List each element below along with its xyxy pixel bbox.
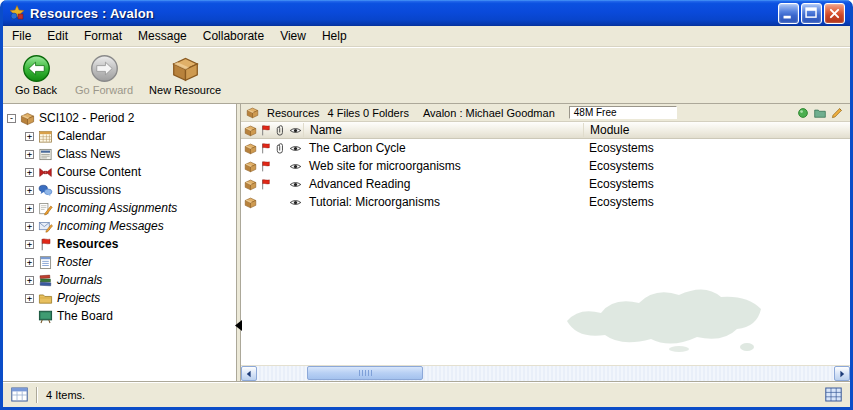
- scroll-left-button[interactable]: [241, 366, 257, 381]
- eye-icon[interactable]: [289, 178, 302, 191]
- table-row[interactable]: Advanced ReadingEcosystems: [241, 175, 850, 193]
- cell-visibility: [288, 160, 303, 173]
- tree-expander[interactable]: +: [25, 168, 34, 177]
- resource-module: Ecosystems: [583, 177, 850, 191]
- tree-expander[interactable]: +: [25, 132, 34, 141]
- cell-visibility: [288, 178, 303, 191]
- flag-icon: [259, 160, 272, 173]
- scroll-right-button[interactable]: [834, 366, 850, 381]
- new-resource-button[interactable]: New Resource: [143, 52, 227, 98]
- status-dot-icon[interactable]: [797, 107, 809, 119]
- tree-label: Class News: [57, 147, 120, 161]
- tree-label: Roster: [57, 255, 92, 269]
- menu-collaborate[interactable]: Collaborate: [195, 26, 272, 46]
- table-row[interactable]: The Carbon CycleEcosystems: [241, 139, 850, 157]
- maximize-button[interactable]: [801, 3, 822, 24]
- go-back-icon: [22, 54, 51, 83]
- tree-item-journals[interactable]: +Journals: [7, 271, 236, 289]
- box-icon: [244, 142, 257, 155]
- horizontal-scrollbar[interactable]: [241, 365, 850, 381]
- column-module[interactable]: Module: [583, 123, 850, 137]
- tree-item-projects[interactable]: +Projects: [7, 289, 236, 307]
- course-tree: -SCI102 - Period 2+Calendar+Class News+C…: [3, 104, 236, 381]
- status-grid-icon[interactable]: [825, 387, 842, 402]
- box-icon: [244, 124, 257, 137]
- eye-icon[interactable]: [289, 142, 302, 155]
- go-forward-icon: [90, 54, 119, 83]
- tree-expander[interactable]: +: [25, 186, 34, 195]
- new-resource-icon: [171, 54, 200, 83]
- edit-icon[interactable]: [831, 107, 843, 119]
- column-name[interactable]: Name: [303, 123, 583, 137]
- scroll-track[interactable]: [257, 366, 834, 381]
- tree-item-incoming-assignments[interactable]: +Incoming Assignments: [7, 199, 236, 217]
- icon-column-headers: [243, 124, 303, 137]
- main-area: -SCI102 - Period 2+Calendar+Class News+C…: [3, 104, 850, 381]
- background-watermark-map: [559, 269, 771, 364]
- discussions-icon: [38, 183, 53, 198]
- tree-expander[interactable]: -: [7, 114, 16, 123]
- tree-item-class-news[interactable]: +Class News: [7, 145, 236, 163]
- tree-expander[interactable]: +: [25, 258, 34, 267]
- panel-title: Resources: [267, 107, 320, 119]
- tree-expander[interactable]: +: [25, 276, 34, 285]
- tree-label: Incoming Messages: [57, 219, 164, 233]
- menu-file[interactable]: File: [4, 26, 39, 46]
- close-button[interactable]: [824, 3, 845, 24]
- go-forward-button[interactable]: Go Forward: [69, 52, 139, 98]
- eye-icon[interactable]: [289, 160, 302, 173]
- tree-expander[interactable]: +: [25, 294, 34, 303]
- menu-help[interactable]: Help: [314, 26, 355, 46]
- table-row[interactable]: Tutorial: MicroorganismsEcosystems: [241, 193, 850, 211]
- menu-view[interactable]: View: [272, 26, 314, 46]
- owner-label: Avalon : Michael Goodman: [423, 107, 555, 119]
- table-header: Name Module: [241, 122, 850, 139]
- cell-flag: [258, 160, 273, 173]
- tree-item-sci102-period-2[interactable]: -SCI102 - Period 2: [7, 109, 236, 127]
- tree-item-calendar[interactable]: +Calendar: [7, 127, 236, 145]
- resource-name: Tutorial: Microorganisms: [303, 195, 583, 209]
- status-bar: 4 Items.: [3, 381, 850, 407]
- go-back-button[interactable]: Go Back: [7, 52, 65, 98]
- cell-type: [243, 142, 258, 155]
- resource-name: The Carbon Cycle: [303, 141, 583, 155]
- assignments-icon: [38, 201, 53, 216]
- resource-name: Advanced Reading: [303, 177, 583, 191]
- table-row[interactable]: Web site for microorganismsEcosystems: [241, 157, 850, 175]
- roster-icon: [38, 255, 53, 270]
- tree-item-incoming-messages[interactable]: +Incoming Messages: [7, 217, 236, 235]
- tree-item-discussions[interactable]: +Discussions: [7, 181, 236, 199]
- resource-module: Ecosystems: [583, 141, 850, 155]
- menu-format[interactable]: Format: [76, 26, 130, 46]
- flag-icon: [259, 124, 272, 137]
- title-bar[interactable]: Resources : Avalon: [3, 0, 850, 26]
- free-space-indicator: 48M Free: [569, 106, 677, 119]
- tree-item-roster[interactable]: +Roster: [7, 253, 236, 271]
- menu-message[interactable]: Message: [130, 26, 195, 46]
- tree-expander[interactable]: +: [25, 222, 34, 231]
- column-box-icon: [243, 124, 258, 137]
- cell-type: [243, 196, 258, 209]
- folder-view-icon[interactable]: [814, 107, 826, 119]
- tree-expander[interactable]: +: [25, 240, 34, 249]
- eye-icon: [289, 124, 302, 137]
- tree-item-course-content[interactable]: +Course Content: [7, 163, 236, 181]
- tree-expander[interactable]: +: [25, 204, 34, 213]
- eye-icon[interactable]: [289, 196, 302, 209]
- paperclip-icon: [274, 142, 287, 155]
- thumb-grip: [359, 370, 372, 376]
- minimize-button[interactable]: [778, 3, 799, 24]
- resource-module: Ecosystems: [583, 159, 850, 173]
- scroll-thumb[interactable]: [307, 366, 423, 380]
- tree-label: Discussions: [57, 183, 121, 197]
- messages-icon: [38, 219, 53, 234]
- status-view-icon[interactable]: [11, 387, 28, 402]
- tree-label: Journals: [57, 273, 102, 287]
- menu-edit[interactable]: Edit: [39, 26, 76, 46]
- tree-expander[interactable]: +: [25, 150, 34, 159]
- tree-item-the-board[interactable]: The Board: [7, 307, 236, 325]
- toolbar: Go BackGo ForwardNew Resource: [3, 47, 850, 104]
- header-actions: [797, 107, 845, 119]
- resource-module: Ecosystems: [583, 195, 850, 209]
- tree-item-resources[interactable]: +Resources: [7, 235, 236, 253]
